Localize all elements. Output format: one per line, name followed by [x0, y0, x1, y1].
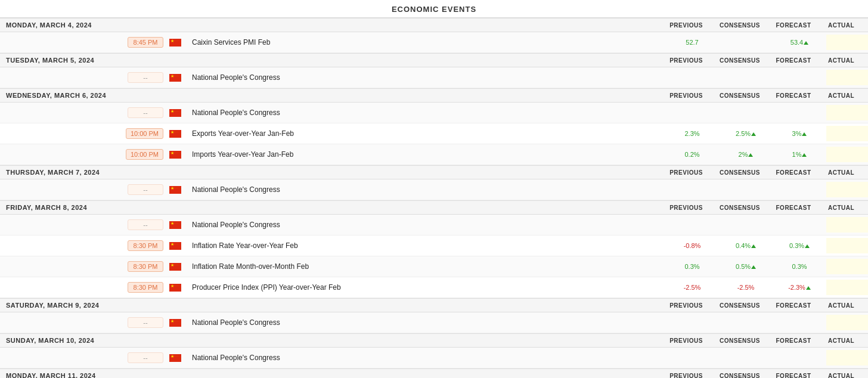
time-cell: 8:30 PM	[0, 240, 191, 251]
event-row[interactable]: --National People's Congress	[0, 67, 868, 88]
col-header-forecast: FORECAST	[767, 169, 820, 176]
actual-value	[826, 182, 868, 197]
day-title: THURSDAY, MARCH 7, 2024	[6, 169, 100, 176]
time-cell: --	[0, 107, 191, 118]
time-badge: 10:00 PM	[126, 128, 163, 139]
day-section-friday-mar8: FRIDAY, MARCH 8, 2024PREVIOUSCONSENSUSFO…	[0, 200, 868, 298]
previous-value: 0.3%	[665, 263, 719, 270]
event-row[interactable]: 10:00 PMExports Year-over-Year Jan-Feb2.…	[0, 123, 868, 144]
time-badge: 8:30 PM	[128, 261, 163, 272]
country-flag	[169, 39, 181, 47]
event-row[interactable]: --National People's Congress	[0, 103, 868, 123]
previous-value: 52.7	[665, 39, 719, 46]
day-section-saturday-mar9: SATURDAY, MARCH 9, 2024PREVIOUSCONSENSUS…	[0, 298, 868, 333]
column-headers: PREVIOUSCONSENSUSFORECASTACTUAL	[659, 205, 862, 211]
page-title: ECONOMIC EVENTS	[0, 0, 868, 18]
forecast-value: 3%	[773, 130, 826, 137]
day-header-monday-mar4: MONDAY, MARCH 4, 2024PREVIOUSCONSENSUSFO…	[0, 18, 868, 32]
time-badge: --	[128, 352, 163, 363]
consensus-value: 0.5%	[719, 263, 773, 270]
actual-value	[826, 238, 868, 253]
col-header-forecast: FORECAST	[767, 22, 820, 29]
col-header-consensus: CONSENSUS	[713, 302, 767, 309]
time-badge: 8:30 PM	[128, 240, 163, 251]
time-badge: --	[128, 184, 163, 195]
consensus-value: 2%	[719, 151, 773, 158]
time-cell: --	[0, 184, 191, 195]
event-row[interactable]: --National People's Congress	[0, 215, 868, 236]
day-title: TUESDAY, MARCH 5, 2024	[6, 57, 94, 64]
day-header-saturday-mar9: SATURDAY, MARCH 9, 2024PREVIOUSCONSENSUS…	[0, 298, 868, 312]
event-row[interactable]: 8:45 PMCaixin Services PMI Feb52.753.4	[0, 32, 868, 53]
day-title: FRIDAY, MARCH 8, 2024	[6, 204, 87, 211]
event-row[interactable]: --National People's Congress	[0, 348, 868, 368]
col-header-previous: PREVIOUS	[659, 57, 713, 64]
col-header-consensus: CONSENSUS	[713, 57, 767, 64]
up-arrow-icon	[751, 132, 756, 136]
time-cell: --	[0, 352, 191, 363]
country-flag	[169, 242, 181, 250]
forecast-value: -2.3%	[773, 284, 826, 291]
day-section-thursday-mar7: THURSDAY, MARCH 7, 2024PREVIOUSCONSENSUS…	[0, 165, 868, 200]
column-headers: PREVIOUSCONSENSUSFORECASTACTUAL	[659, 373, 862, 379]
day-header-friday-mar8: FRIDAY, MARCH 8, 2024PREVIOUSCONSENSUSFO…	[0, 200, 868, 215]
day-header-thursday-mar7: THURSDAY, MARCH 7, 2024PREVIOUSCONSENSUS…	[0, 165, 868, 179]
data-cells	[665, 70, 868, 85]
data-cells	[665, 182, 868, 197]
forecast-value: 1%	[773, 151, 826, 158]
col-header-forecast: FORECAST	[767, 57, 820, 64]
country-flag	[169, 221, 181, 229]
up-arrow-icon	[751, 244, 756, 248]
forecast-value: 53.4	[773, 39, 826, 46]
time-cell: 8:30 PM	[0, 282, 191, 293]
data-cells	[665, 315, 868, 330]
actual-value	[826, 35, 868, 50]
consensus-value: 2.5%	[719, 130, 773, 137]
actual-value	[826, 315, 868, 330]
event-name: National People's Congress	[191, 354, 665, 362]
previous-value: -2.5%	[665, 284, 719, 291]
time-badge: --	[128, 107, 163, 118]
day-title: SUNDAY, MARCH 10, 2024	[6, 337, 94, 344]
time-cell: --	[0, 317, 191, 328]
previous-value: -0.8%	[665, 242, 719, 249]
event-row[interactable]: --National People's Congress	[0, 179, 868, 200]
day-section-monday-mar11: MONDAY, MARCH 11, 2024PREVIOUSCONSENSUSF…	[0, 368, 868, 378]
column-headers: PREVIOUSCONSENSUSFORECASTACTUAL	[659, 92, 862, 99]
country-flag	[169, 109, 181, 117]
time-cell: --	[0, 219, 191, 230]
col-header-previous: PREVIOUS	[659, 302, 713, 309]
actual-value	[826, 280, 868, 295]
previous-value: 0.2%	[665, 151, 719, 158]
event-row[interactable]: 8:30 PMInflation Rate Year-over-Year Feb…	[0, 236, 868, 256]
economic-events-table: ECONOMIC EVENTS MONDAY, MARCH 4, 2024PRE…	[0, 0, 868, 378]
consensus-value: -2.5%	[719, 284, 773, 291]
event-row[interactable]: 8:30 PMInflation Rate Month-over-Month F…	[0, 256, 868, 277]
col-header-actual: ACTUAL	[820, 373, 862, 379]
event-row[interactable]: 8:30 PMProducer Price Index (PPI) Year-o…	[0, 277, 868, 298]
up-arrow-icon	[804, 41, 808, 45]
col-header-forecast: FORECAST	[767, 92, 820, 99]
country-flag	[169, 151, 181, 159]
col-header-actual: ACTUAL	[820, 337, 862, 344]
time-cell: 10:00 PM	[0, 149, 191, 160]
country-flag	[169, 130, 181, 138]
day-header-wednesday-mar6: WEDNESDAY, MARCH 6, 2024PREVIOUSCONSENSU…	[0, 88, 868, 103]
day-title: WEDNESDAY, MARCH 6, 2024	[6, 92, 106, 99]
country-flag	[169, 263, 181, 271]
event-row[interactable]: 10:00 PMImports Year-over-Year Jan-Feb0.…	[0, 144, 868, 165]
actual-value	[826, 70, 868, 85]
day-header-tuesday-mar5: TUESDAY, MARCH 5, 2024PREVIOUSCONSENSUSF…	[0, 53, 868, 67]
event-name: Producer Price Index (PPI) Year-over-Yea…	[191, 283, 665, 292]
col-header-consensus: CONSENSUS	[713, 205, 767, 211]
event-row[interactable]: --National People's Congress	[0, 312, 868, 333]
col-header-consensus: CONSENSUS	[713, 92, 767, 99]
col-header-previous: PREVIOUS	[659, 205, 713, 211]
col-header-actual: ACTUAL	[820, 57, 862, 64]
up-arrow-icon	[751, 265, 756, 269]
data-cells: 2.3%2.5%3%	[665, 126, 868, 141]
actual-value	[826, 350, 868, 365]
time-cell: 10:00 PM	[0, 128, 191, 139]
event-name: National People's Congress	[191, 185, 665, 194]
event-name: Inflation Rate Year-over-Year Feb	[191, 241, 665, 250]
